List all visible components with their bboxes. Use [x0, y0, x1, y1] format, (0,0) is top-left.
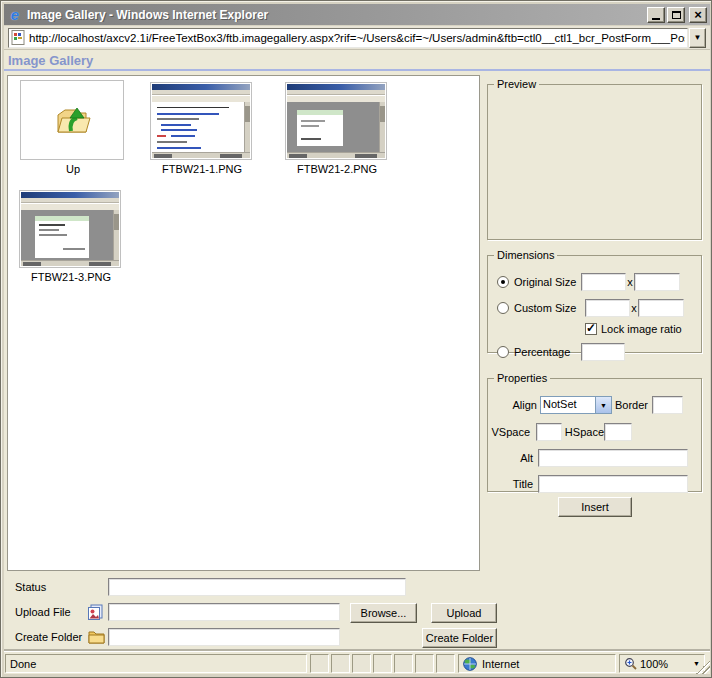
- upload-file-row: Upload File Browse... Upload: [15, 603, 705, 623]
- custom-size-radio[interactable]: [497, 302, 509, 314]
- statusbar-segment: [310, 654, 329, 673]
- resize-grip[interactable]: [696, 660, 710, 674]
- original-width-input[interactable]: [581, 273, 626, 291]
- thumbnail-preview: [287, 84, 385, 158]
- statusbar-segment: [436, 654, 455, 673]
- window-controls: ×: [647, 7, 707, 23]
- gallery-item-label: Up: [20, 163, 126, 175]
- percentage-label: Percentage: [514, 346, 570, 358]
- page-title: Image Gallery: [8, 53, 93, 68]
- address-field-frame: [8, 28, 688, 48]
- browser-window: e Image Gallery - Windows Internet Explo…: [0, 0, 712, 678]
- align-dropdown-icon: ▼: [595, 397, 611, 413]
- custom-size-label: Custom Size: [514, 302, 576, 314]
- original-height-input[interactable]: [634, 273, 680, 291]
- percentage-radio[interactable]: [497, 346, 509, 358]
- gallery-item-image-1[interactable]: FTBW21-1.PNG: [150, 82, 254, 175]
- gallery-item-label: FTBW21-2.PNG: [285, 163, 389, 175]
- statusbar-segment: [352, 654, 371, 673]
- title-bar: e Image Gallery - Windows Internet Explo…: [4, 4, 710, 25]
- internet-globe-icon: [463, 657, 477, 671]
- address-bar: ▼: [4, 26, 710, 50]
- browse-button[interactable]: Browse...: [350, 603, 417, 623]
- ie-logo-icon: e: [7, 7, 23, 23]
- statusbar-segment: [373, 654, 392, 673]
- close-icon: ×: [694, 10, 702, 20]
- create-folder-row: Create Folder Create Folder: [15, 628, 705, 648]
- dimensions-groupbox: Dimensions Original Size x Custom Size x…: [487, 249, 702, 353]
- border-label: Border: [612, 399, 648, 411]
- size-separator: x: [627, 276, 633, 288]
- insert-button[interactable]: Insert: [558, 497, 632, 517]
- align-select[interactable]: NotSet ▼: [540, 396, 612, 414]
- statusbar-zone-panel: Internet: [458, 654, 616, 673]
- maximize-button[interactable]: [667, 7, 685, 23]
- gallery-item-up[interactable]: Up: [20, 80, 126, 175]
- statusbar-zoom-text: 100%: [640, 658, 668, 670]
- vspace-label: VSpace: [488, 426, 530, 438]
- gallery-item-image-2[interactable]: FTBW21-2.PNG: [285, 82, 389, 175]
- address-input[interactable]: [29, 30, 685, 46]
- minimize-icon: [652, 18, 660, 20]
- minimize-button[interactable]: [647, 7, 665, 23]
- lock-image-ratio-label: Lock image ratio: [601, 323, 682, 335]
- statusbar-status-panel: Done: [5, 654, 307, 673]
- page-favicon-icon: [11, 30, 26, 45]
- preview-legend: Preview: [494, 78, 539, 90]
- upload-file-input[interactable]: [108, 603, 340, 621]
- create-folder-button[interactable]: Create Folder: [422, 628, 497, 648]
- statusbar-segment: [415, 654, 434, 673]
- hspace-label: HSpace: [562, 426, 604, 438]
- align-label: Align: [488, 399, 537, 411]
- image-thumbnail: [19, 190, 121, 268]
- alt-label: Alt: [488, 452, 533, 464]
- size-separator: x: [631, 302, 637, 314]
- properties-groupbox: Properties Align NotSet ▼ Border VSpace …: [487, 372, 702, 492]
- thumbnail-preview: [21, 192, 119, 266]
- vspace-input[interactable]: [536, 423, 562, 441]
- folder-up-icon: [52, 103, 92, 137]
- original-size-label: Original Size: [514, 276, 576, 288]
- gallery-item-label: FTBW21-1.PNG: [150, 163, 254, 175]
- custom-width-input[interactable]: [585, 299, 630, 317]
- preview-groupbox: Preview: [487, 78, 702, 240]
- alt-input[interactable]: [538, 449, 688, 467]
- status-row: Status: [15, 578, 705, 598]
- border-input[interactable]: [652, 396, 683, 414]
- original-size-radio[interactable]: [497, 276, 509, 288]
- statusbar-segment: [331, 654, 350, 673]
- statusbar-segment: [394, 654, 413, 673]
- maximize-icon: [672, 11, 681, 19]
- align-selected-value: NotSet: [541, 397, 595, 413]
- gallery-item-label: FTBW21-3.PNG: [19, 271, 123, 283]
- image-thumbnail: [285, 82, 387, 160]
- percentage-input[interactable]: [581, 343, 625, 361]
- image-file-icon: [87, 604, 104, 621]
- gallery-listing: Up FTBW21-1.PNG FTBW21: [7, 75, 480, 571]
- close-button[interactable]: ×: [689, 7, 707, 23]
- window-title: Image Gallery - Windows Internet Explore…: [27, 8, 647, 22]
- statusbar-status-text: Done: [10, 658, 36, 670]
- upload-file-label: Upload File: [15, 606, 71, 618]
- title-label: Title: [488, 478, 533, 490]
- title-input[interactable]: [538, 475, 688, 493]
- upload-button[interactable]: Upload: [431, 603, 497, 623]
- lock-image-ratio-checkbox[interactable]: [585, 323, 597, 335]
- folder-icon: [88, 629, 105, 644]
- zoom-magnifier-icon: [624, 657, 637, 670]
- hspace-input[interactable]: [604, 423, 632, 441]
- create-folder-label: Create Folder: [15, 631, 82, 643]
- dimensions-legend: Dimensions: [494, 249, 557, 261]
- page-content: Image Gallery Up: [4, 50, 710, 653]
- properties-legend: Properties: [494, 372, 550, 384]
- status-input[interactable]: [108, 578, 406, 596]
- statusbar-zone-text: Internet: [482, 658, 519, 670]
- statusbar-zoom-panel[interactable]: 100% ▼: [619, 654, 705, 673]
- image-thumbnail: [150, 82, 252, 160]
- heading-rule: [4, 69, 710, 71]
- gallery-item-image-3[interactable]: FTBW21-3.PNG: [19, 190, 123, 283]
- up-folder-thumbnail: [20, 80, 124, 160]
- address-dropdown-button[interactable]: ▼: [689, 28, 706, 48]
- custom-height-input[interactable]: [638, 299, 684, 317]
- create-folder-input[interactable]: [108, 628, 340, 646]
